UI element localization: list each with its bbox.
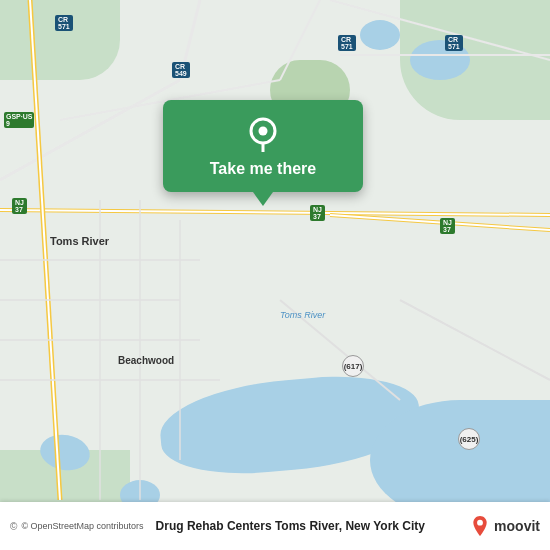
city-label-beachwood: Beachwood bbox=[118, 355, 174, 366]
svg-point-24 bbox=[477, 520, 483, 526]
road-badge-625: (625) bbox=[458, 428, 480, 450]
moovit-brand-text: moovit bbox=[494, 518, 540, 534]
moovit-pin-icon bbox=[470, 516, 490, 536]
tooltip-button-label: Take me there bbox=[210, 160, 316, 178]
bottom-info: © © OpenStreetMap contributors Drug Reha… bbox=[10, 519, 425, 533]
bottom-bar: © © OpenStreetMap contributors Drug Reha… bbox=[0, 502, 550, 550]
river-label: Toms River bbox=[280, 310, 325, 320]
city-label-toms-river: Toms River bbox=[50, 235, 109, 247]
copyright-symbol: © bbox=[10, 521, 17, 532]
page-title: Drug Rehab Centers Toms River, New York … bbox=[156, 519, 425, 533]
green-area bbox=[0, 0, 120, 80]
moovit-logo: moovit bbox=[470, 516, 540, 536]
map-container: GSP·US 9 NJ 37 NJ 37 NJ 37 CR 571 CR 571… bbox=[0, 0, 550, 550]
tooltip-arrow bbox=[253, 192, 273, 206]
road-badge-617: (617) bbox=[342, 355, 364, 377]
tooltip-card[interactable]: Take me there bbox=[163, 100, 363, 192]
svg-point-22 bbox=[259, 127, 268, 136]
water-body bbox=[360, 20, 400, 50]
location-pin-icon bbox=[245, 116, 281, 152]
osm-attribution: © OpenStreetMap contributors bbox=[21, 521, 143, 531]
